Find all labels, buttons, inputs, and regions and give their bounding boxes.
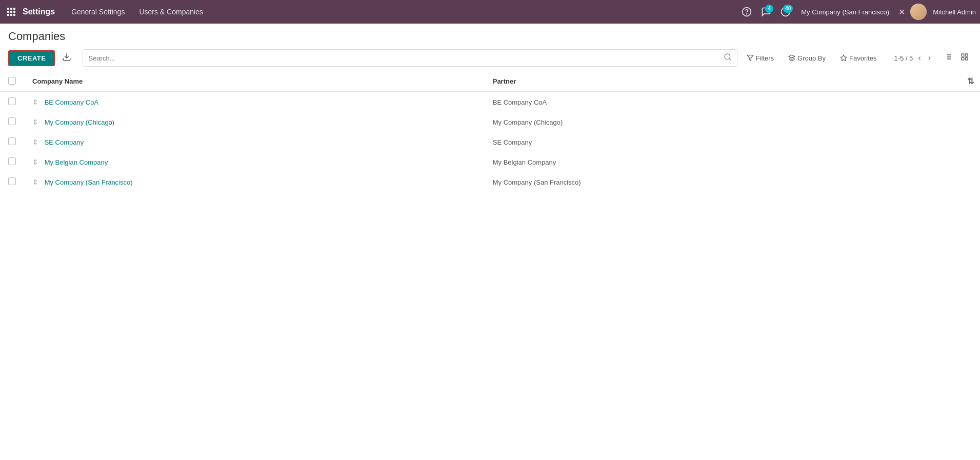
company-name: My Company (San Francisco) <box>801 8 889 16</box>
select-all-checkbox[interactable] <box>8 77 16 85</box>
row-empty <box>897 172 980 192</box>
wrench-icon[interactable]: ✕ <box>898 7 905 17</box>
column-settings-icon[interactable]: ⇅ <box>967 77 974 86</box>
row-checkbox[interactable] <box>8 137 16 145</box>
company-name-value[interactable]: My Company (San Francisco) <box>45 178 133 186</box>
row-empty <box>897 152 980 172</box>
app-title: Settings <box>23 7 55 16</box>
company-name-value[interactable]: My Company (Chicago) <box>45 118 115 126</box>
company-name-header[interactable]: Company Name <box>24 71 485 92</box>
filters-label: Filters <box>756 54 774 62</box>
row-checkbox[interactable] <box>8 117 16 125</box>
table-row[interactable]: ⇕ My Company (Chicago) My Company (Chica… <box>0 112 980 132</box>
import-button[interactable] <box>59 50 74 66</box>
pagination: 1-5 / 5 ‹ › <box>894 52 933 64</box>
search-input[interactable] <box>83 54 718 62</box>
partner-header[interactable]: Partner <box>485 71 897 92</box>
layers-icon <box>788 54 795 62</box>
row-checkbox[interactable] <box>8 177 16 185</box>
row-company-name[interactable]: ⇕ My Company (San Francisco) <box>24 172 485 192</box>
row-checkbox[interactable] <box>8 97 16 105</box>
row-company-name[interactable]: ⇕ My Company (Chicago) <box>24 112 485 132</box>
user-name[interactable]: Mitchell Admin <box>933 8 976 16</box>
row-partner: My Belgian Company <box>485 152 897 172</box>
support-icon-btn[interactable] <box>738 4 755 20</box>
row-empty <box>897 132 980 152</box>
filter-icon <box>747 54 754 62</box>
row-checkbox[interactable] <box>8 157 16 165</box>
group-by-label: Group By <box>797 54 826 62</box>
svg-marker-7 <box>789 55 795 58</box>
row-empty <box>897 92 980 112</box>
group-by-button[interactable]: Group By <box>783 52 831 64</box>
table-row[interactable]: ⇕ BE Company CoA BE Company CoA <box>0 92 980 112</box>
row-partner: SE Company <box>485 132 897 152</box>
page-header: Companies <box>0 24 980 43</box>
filters-button[interactable]: Filters <box>742 52 779 64</box>
svg-marker-6 <box>747 55 753 61</box>
svg-line-5 <box>729 58 731 60</box>
company-name-value[interactable]: BE Company CoA <box>45 98 99 106</box>
main-content: Companies CREATE Filters <box>0 24 980 460</box>
company-name-value[interactable]: SE Company <box>45 138 84 146</box>
row-checkbox-cell[interactable] <box>0 152 24 172</box>
star-icon <box>840 54 847 62</box>
favorites-button[interactable]: Favorites <box>835 52 882 64</box>
row-checkbox-cell[interactable] <box>0 112 24 132</box>
drag-handle-icon[interactable]: ⇕ <box>32 98 38 106</box>
favorites-label: Favorites <box>849 54 876 62</box>
row-partner: BE Company CoA <box>485 92 897 112</box>
row-company-name[interactable]: ⇕ BE Company CoA <box>24 92 485 112</box>
row-checkbox-cell[interactable] <box>0 92 24 112</box>
avatar-image <box>910 4 927 20</box>
svg-point-4 <box>725 54 730 59</box>
apps-menu-icon[interactable] <box>4 5 18 19</box>
search-bar <box>83 49 737 67</box>
chat-badge: 4 <box>765 5 773 13</box>
prev-page-button[interactable]: ‹ <box>916 52 923 64</box>
view-toggle <box>941 51 972 65</box>
drag-handle-icon[interactable]: ⇕ <box>32 138 38 146</box>
avatar[interactable] <box>910 4 927 20</box>
table-row[interactable]: ⇕ SE Company SE Company <box>0 132 980 152</box>
row-checkbox-cell[interactable] <box>0 132 24 152</box>
list-view-button[interactable] <box>941 51 955 65</box>
create-button[interactable]: CREATE <box>8 50 55 66</box>
row-company-name[interactable]: ⇕ My Belgian Company <box>24 152 485 172</box>
svg-marker-8 <box>841 55 847 61</box>
page-title: Companies <box>8 30 972 43</box>
row-partner: My Company (San Francisco) <box>485 172 897 192</box>
kanban-view-button[interactable] <box>957 51 972 65</box>
select-all-header[interactable] <box>0 71 24 92</box>
company-name-value[interactable]: My Belgian Company <box>45 158 108 166</box>
nav-general-settings[interactable]: General Settings <box>65 0 131 24</box>
row-checkbox-cell[interactable] <box>0 172 24 192</box>
table-row[interactable]: ⇕ My Company (San Francisco) My Company … <box>0 172 980 192</box>
search-button[interactable] <box>718 53 737 63</box>
activity-icon-btn[interactable]: 40 <box>777 4 794 20</box>
table-row[interactable]: ⇕ My Belgian Company My Belgian Company <box>0 152 980 172</box>
chat-icon-btn[interactable]: 4 <box>758 4 774 20</box>
svg-point-1 <box>747 14 747 14</box>
nav-left: Settings General Settings Users & Compan… <box>4 0 209 24</box>
drag-handle-icon[interactable]: ⇕ <box>32 178 38 186</box>
nav-users-companies[interactable]: Users & Companies <box>133 0 209 24</box>
drag-handle-icon[interactable]: ⇕ <box>32 158 38 166</box>
svg-rect-15 <box>962 54 964 56</box>
companies-table: Company Name Partner ⇅ ⇕ BE Company CoA … <box>0 71 980 192</box>
drag-handle-icon[interactable]: ⇕ <box>32 118 38 126</box>
row-empty <box>897 112 980 132</box>
top-navigation: Settings General Settings Users & Compan… <box>0 0 980 24</box>
row-company-name[interactable]: ⇕ SE Company <box>24 132 485 152</box>
column-settings-header[interactable]: ⇅ <box>897 71 980 92</box>
next-page-button[interactable]: › <box>926 52 933 64</box>
nav-right: 4 40 My Company (San Francisco) ✕ Mitche… <box>738 4 976 20</box>
svg-rect-18 <box>965 57 968 60</box>
activity-badge: 40 <box>783 5 793 13</box>
row-partner: My Company (Chicago) <box>485 112 897 132</box>
pagination-range: 1-5 / 5 <box>894 54 913 62</box>
svg-rect-16 <box>965 54 968 56</box>
svg-rect-17 <box>962 57 964 60</box>
